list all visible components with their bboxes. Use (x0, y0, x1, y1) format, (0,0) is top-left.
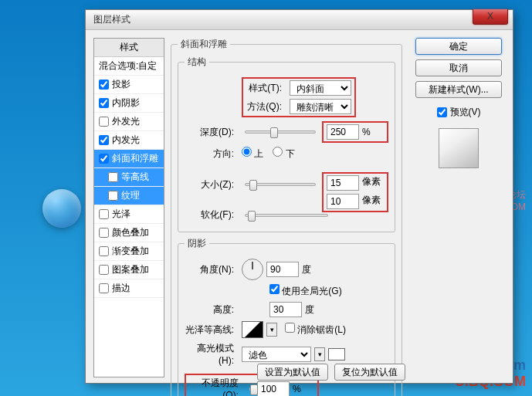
sidebar-label-0: 投影 (112, 78, 130, 91)
style-label: 样式(T): (246, 82, 286, 95)
bevel-legend: 斜面和浮雕 (178, 38, 230, 51)
sidebar-blend-options[interactable]: 混合选项:自定 (94, 57, 164, 76)
sidebar-checkbox-0[interactable] (99, 80, 109, 90)
sidebar-checkbox-2[interactable] (99, 117, 109, 127)
altitude-unit: 度 (305, 303, 327, 316)
preview-swatch (439, 128, 479, 168)
styles-sidebar: 样式 混合选项:自定 投影内阴影外发光内发光斜面和浮雕等高线纹理光泽颜色叠加渐变… (93, 38, 164, 377)
cancel-button[interactable]: 取消 (415, 59, 502, 76)
sidebar-checkbox-4[interactable] (99, 154, 109, 164)
method-label: 方法(Q): (246, 100, 286, 113)
layer-style-dialog: 图层样式 X 样式 混合选项:自定 投影内阴影外发光内发光斜面和浮雕等高线纹理光… (85, 9, 513, 384)
sidebar-label-1: 内阴影 (112, 96, 140, 110)
highlight-color-swatch[interactable] (328, 348, 345, 360)
reset-default-button[interactable]: 复位为默认值 (334, 364, 405, 381)
highlight-mode-label: 高光模式(H): (185, 342, 239, 366)
sidebar-item-3[interactable]: 内发光 (94, 131, 164, 150)
highlight-dd-icon[interactable]: ▾ (314, 347, 325, 361)
sidebar-checkbox-5[interactable] (108, 172, 118, 182)
soften-input[interactable] (327, 194, 359, 209)
ok-button[interactable]: 确定 (415, 38, 502, 55)
sidebar-label-8: 颜色叠加 (112, 226, 149, 239)
sidebar-blend-label: 混合选项:自定 (99, 59, 157, 73)
sidebar-item-11[interactable]: 描边 (94, 279, 164, 298)
size-label: 大小(Z): (185, 178, 239, 191)
structure-legend: 结构 (185, 56, 209, 69)
direction-label: 方向: (185, 147, 239, 161)
new-style-button[interactable]: 新建样式(W)... (415, 81, 502, 98)
sidebar-item-6[interactable]: 纹理 (94, 187, 164, 205)
sidebar-label-3: 内发光 (112, 134, 140, 147)
preview-checkbox[interactable]: 预览(V) (437, 106, 481, 119)
depth-input[interactable] (327, 124, 359, 140)
depth-label: 深度(D): (185, 126, 239, 139)
sidebar-label-5: 等高线 (121, 171, 149, 184)
angle-dial[interactable] (242, 259, 263, 280)
structure-group: 结构 样式(T): 内斜面 方法(Q): 雕刻清晰 (178, 56, 395, 232)
sidebar-label-11: 描边 (112, 282, 130, 295)
sidebar-checkbox-10[interactable] (99, 265, 109, 275)
altitude-label: 高度: (185, 303, 239, 316)
sidebar-label-9: 渐变叠加 (112, 245, 149, 258)
highlight-opacity-label: 不透明度(O): (189, 377, 243, 396)
antialias-checkbox[interactable]: 消除锯齿(L) (285, 323, 346, 337)
sidebar-item-1[interactable]: 内阴影 (94, 94, 164, 113)
titlebar[interactable]: 图层样式 X (86, 10, 513, 30)
sidebar-item-9[interactable]: 渐变叠加 (94, 242, 164, 261)
sidebar-item-2[interactable]: 外发光 (94, 113, 164, 131)
sidebar-label-2: 外发光 (112, 115, 140, 128)
close-icon: X (487, 11, 493, 22)
sidebar-checkbox-11[interactable] (99, 283, 109, 293)
angle-label: 角度(N): (185, 263, 239, 276)
sidebar-item-10[interactable]: 图案叠加 (94, 261, 164, 279)
altitude-input[interactable] (269, 302, 302, 317)
shadow-legend: 阴影 (185, 237, 209, 250)
sidebar-item-8[interactable]: 颜色叠加 (94, 224, 164, 242)
sidebar-label-4: 斜面和浮雕 (112, 152, 158, 165)
sidebar-header: 样式 (94, 39, 164, 57)
soften-slider[interactable] (245, 214, 328, 217)
soften-label: 软化(F): (185, 208, 239, 222)
size-input[interactable] (327, 175, 359, 191)
style-method-highlight: 样式(T): 内斜面 方法(Q): 雕刻清晰 (242, 77, 356, 117)
gloss-dropdown-icon[interactable]: ▾ (266, 323, 277, 337)
sidebar-label-6: 纹理 (121, 189, 140, 202)
depth-unit: % (362, 127, 384, 137)
depth-value-box: % (322, 121, 388, 143)
sidebar-checkbox-8[interactable] (99, 228, 109, 238)
global-light-checkbox[interactable]: 使用全局光(G) (269, 284, 342, 298)
size-slider[interactable] (245, 183, 316, 186)
direction-down[interactable]: 下 (273, 147, 294, 161)
sidebar-item-5[interactable]: 等高线 (94, 168, 164, 187)
bevel-group: 斜面和浮雕 结构 样式(T): 内斜面 方法(Q): (171, 38, 402, 396)
decorative-orb (42, 189, 81, 228)
gloss-contour-picker[interactable] (242, 321, 263, 338)
angle-unit: 度 (302, 263, 324, 276)
highlight-opacity-slider[interactable] (249, 388, 251, 391)
sidebar-checkbox-7[interactable] (99, 209, 109, 219)
sidebar-checkbox-1[interactable] (99, 98, 109, 108)
sidebar-item-7[interactable]: 光泽 (94, 205, 164, 224)
sidebar-checkbox-6[interactable] (108, 191, 118, 201)
sidebar-checkbox-3[interactable] (99, 135, 109, 145)
size-soften-box: 像素 像素 (322, 172, 388, 212)
highlight-opacity-input[interactable] (257, 381, 290, 397)
sidebar-item-4[interactable]: 斜面和浮雕 (94, 150, 164, 168)
sidebar-checkbox-9[interactable] (99, 246, 109, 256)
close-button[interactable]: X (473, 9, 508, 25)
dialog-title: 图层样式 (93, 13, 130, 26)
content-area: 斜面和浮雕 结构 样式(T): 内斜面 方法(Q): (171, 38, 402, 385)
highlight-mode-select[interactable]: 滤色 (242, 347, 311, 362)
set-default-button[interactable]: 设置为默认值 (257, 364, 328, 381)
right-panel: 确定 取消 新建样式(W)... 预览(V) (412, 38, 505, 168)
depth-slider[interactable] (245, 130, 316, 134)
angle-input[interactable] (266, 262, 299, 277)
style-select[interactable]: 内斜面 (290, 80, 351, 96)
sidebar-item-0[interactable]: 投影 (94, 76, 164, 94)
method-select[interactable]: 雕刻清晰 (290, 99, 351, 114)
direction-up[interactable]: 上 (242, 147, 263, 161)
sidebar-label-7: 光泽 (112, 208, 130, 221)
gloss-label: 光泽等高线: (185, 323, 239, 337)
sidebar-label-10: 图案叠加 (112, 263, 149, 276)
